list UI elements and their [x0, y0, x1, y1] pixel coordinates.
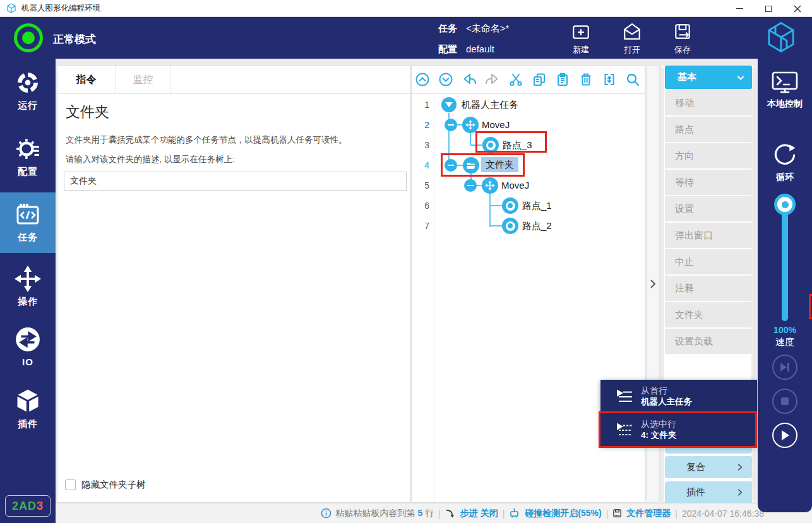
command-waypoint[interactable]: 路点	[665, 117, 752, 142]
save-icon	[672, 22, 693, 42]
step-mode-status[interactable]: 步进 关闭	[460, 508, 498, 519]
task-value: <未命名>*	[466, 23, 509, 35]
sidebar-item-task[interactable]: 任务	[0, 201, 56, 244]
hidden-category-button[interactable]	[665, 447, 752, 454]
waypoint-node-icon[interactable]	[502, 218, 518, 234]
category-composite[interactable]: 复合	[665, 456, 752, 478]
maximize-button[interactable]	[754, 0, 783, 17]
movej-node-icon[interactable]	[462, 117, 479, 133]
tab-monitor[interactable]: 监控	[116, 66, 171, 93]
tree-row-number: 3	[412, 135, 429, 155]
command-wait[interactable]: 等待	[665, 170, 752, 195]
step-button[interactable]	[772, 355, 797, 380]
window-title: 机器人图形化编程环境	[21, 3, 100, 14]
app-logo-icon	[6, 3, 16, 13]
sidebar-item-io[interactable]: IO	[0, 326, 56, 367]
folder-node-icon[interactable]	[463, 157, 479, 173]
new-task-button[interactable]: 新建	[561, 22, 601, 56]
checkbox-box[interactable]	[65, 479, 76, 490]
command-move[interactable]: 移动	[665, 90, 752, 115]
command-abort[interactable]: 中止	[665, 249, 752, 274]
minimize-button[interactable]	[725, 0, 754, 17]
header-bar: 正常模式 任务 <未命名>* 配置 default 新建 打开 保存	[0, 17, 812, 59]
movej-node-icon[interactable]	[482, 177, 498, 194]
sidebar-item-operate[interactable]: 操作	[0, 266, 56, 308]
task-row: 任务 <未命名>*	[438, 23, 509, 35]
play-button[interactable]	[772, 423, 797, 448]
delete-icon[interactable]	[578, 72, 594, 87]
menu-item-from-selected-line[interactable]: 从选中行 4: 文件夹	[600, 413, 757, 445]
tree-row-number: 1	[412, 95, 429, 115]
file-manager-icon	[612, 508, 622, 518]
waypoint-node-icon[interactable]	[482, 137, 499, 153]
tree-row-number: 5	[412, 175, 429, 196]
local-control-button[interactable]: 本地控制	[758, 70, 812, 110]
collapse-minus-icon[interactable]	[464, 179, 477, 192]
chevron-right-icon	[735, 488, 744, 497]
speed-slider-track[interactable]	[782, 209, 788, 321]
collapse-minus-icon[interactable]	[445, 159, 457, 172]
paste-message: 粘贴粘贴板内容到第 5 行	[336, 508, 434, 519]
loop-button[interactable]: 循环	[758, 139, 812, 183]
collapse-toggle-icon[interactable]	[441, 97, 457, 112]
tab-instruction[interactable]: 指令	[57, 66, 116, 93]
sidebar-item-config[interactable]: 配置	[0, 136, 56, 178]
paste-icon[interactable]	[555, 72, 570, 87]
chevron-down-icon	[736, 73, 746, 83]
open-button[interactable]: 打开	[612, 22, 652, 56]
tree-node-movej[interactable]: MoveJ	[482, 119, 510, 131]
command-popup[interactable]: 弹出窗口	[665, 223, 752, 248]
command-folder[interactable]: 文件夹	[665, 302, 752, 327]
tree-node-waypoint2[interactable]: 路点_2	[522, 220, 552, 232]
timestamp: 2024-04-07 16:46:38	[682, 508, 764, 519]
cut-icon[interactable]	[508, 72, 523, 87]
waypoint-node-icon[interactable]	[502, 197, 518, 214]
expand-all-icon[interactable]	[438, 72, 453, 87]
collision-status[interactable]: 碰撞检测开启(55%)	[525, 508, 601, 519]
category-basic-header[interactable]: 基本	[665, 66, 752, 89]
command-payload[interactable]: 设置负载	[665, 329, 752, 354]
open-icon	[622, 22, 642, 42]
sidebar-item-plugin[interactable]: 插件	[0, 387, 56, 430]
new-task-icon	[571, 22, 591, 42]
chevron-right-icon	[735, 462, 744, 472]
save-button[interactable]: 保存	[662, 22, 703, 56]
collapse-all-icon[interactable]	[415, 72, 430, 87]
step-mode-icon	[445, 508, 456, 518]
speed-slider-knob[interactable]	[774, 194, 796, 215]
tree-node-root[interactable]: 机器人主任务	[462, 98, 518, 111]
tree-node-waypoint3[interactable]: 路点_3	[503, 139, 532, 151]
gear-icon	[15, 136, 41, 162]
redo-icon[interactable]	[485, 72, 500, 87]
status-bar: 粘贴粘贴板内容到第 5 行 | 步进 关闭 | 碰撞检测开启(55%) | 文件…	[56, 503, 812, 523]
loop-icon	[770, 139, 799, 168]
play-icon	[780, 430, 790, 441]
checkbox-label: 隐藏文件夹子树	[81, 479, 146, 491]
folder-description: 文件夹用于囊括完成某个功能的多个任务节点，以提高机器人任务可读性。	[66, 134, 347, 146]
tree-node-movej[interactable]: MoveJ	[501, 179, 529, 192]
copy-icon[interactable]	[532, 72, 547, 87]
command-comment[interactable]: 注释	[665, 276, 752, 301]
undo-icon[interactable]	[462, 72, 477, 87]
folder-input-hint: 请输入对该文件夹的描述, 以显示在任务树上:	[66, 154, 235, 165]
menu-item-subtitle: 4: 文件夹	[641, 430, 676, 440]
tree-node-folder-selected[interactable]: 文件夹	[481, 157, 518, 172]
command-direction[interactable]: 方向	[665, 143, 752, 168]
category-plugin[interactable]: 插件	[665, 481, 752, 503]
menu-item-title: 从选中行	[641, 419, 676, 430]
insert-line-icon[interactable]	[602, 72, 617, 87]
brand-logo-icon	[764, 20, 798, 57]
tree-node-waypoint1[interactable]: 路点_1	[522, 199, 552, 212]
close-button[interactable]	[783, 0, 812, 17]
search-icon[interactable]	[625, 72, 640, 87]
sidebar-item-run[interactable]: 运行	[0, 69, 56, 112]
folder-name-input[interactable]	[64, 172, 407, 191]
detail-tabs: 指令 监控	[57, 66, 410, 94]
speed-label: 速度	[758, 336, 812, 348]
hide-subtree-checkbox[interactable]: 隐藏文件夹子树	[65, 479, 146, 491]
file-manager-link[interactable]: 文件管理器	[626, 508, 671, 519]
stop-button[interactable]	[772, 389, 797, 414]
collapse-minus-icon[interactable]	[445, 119, 457, 131]
command-set[interactable]: 设置	[665, 196, 752, 221]
menu-item-from-first-line[interactable]: 从首行 机器人主任务	[600, 380, 757, 413]
